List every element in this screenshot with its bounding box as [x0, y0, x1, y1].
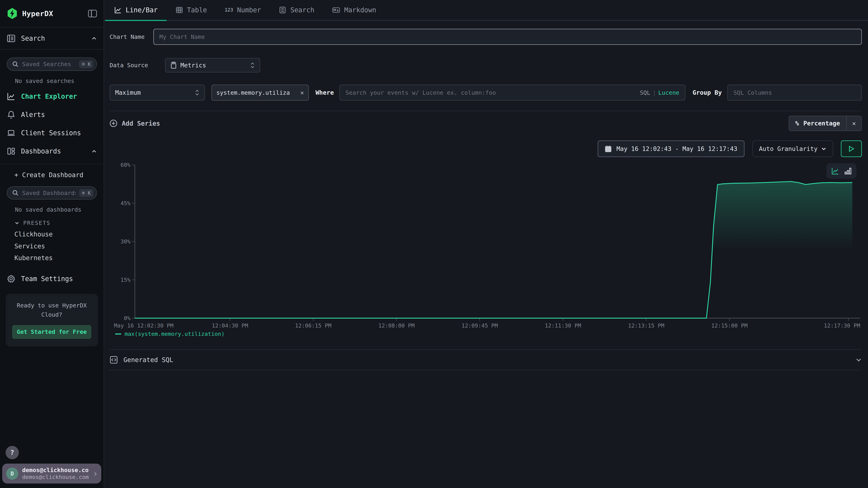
- percentage-close-button[interactable]: ✕: [846, 116, 861, 131]
- preset-kubernetes[interactable]: Kubernetes: [0, 250, 104, 262]
- dashboards-icon: [7, 147, 16, 156]
- chevron-up-icon: [91, 36, 97, 41]
- lucene-toggle[interactable]: Lucene: [658, 89, 679, 96]
- bar-style-icon[interactable]: [844, 167, 852, 174]
- metric-field-tag[interactable]: system.memory.utiliza ✕: [211, 85, 309, 101]
- generated-sql-toggle[interactable]: Generated SQL: [110, 350, 862, 370]
- date-range-value: May 16 12:02:43 - May 16 12:17:43: [616, 145, 738, 152]
- app-window: HyperDX Search ⌘ K No saved searches Cha…: [0, 0, 868, 488]
- sidebar-item-label: Alerts: [21, 111, 45, 119]
- chart-explorer-icon: [7, 92, 16, 101]
- sidebar: HyperDX Search ⌘ K No saved searches Cha…: [0, 0, 104, 488]
- no-saved-dashboards-text: No saved dashboards: [0, 199, 104, 213]
- chart-name-input[interactable]: [153, 29, 862, 45]
- group-by-input[interactable]: [727, 85, 862, 101]
- user-menu[interactable]: D demos@clickhouse.com demos@clickhouse.…: [2, 464, 101, 484]
- svg-text:45%: 45%: [121, 200, 130, 206]
- svg-text:12:08:00 PM: 12:08:00 PM: [378, 322, 415, 329]
- create-dashboard-link[interactable]: + Create Dashboard: [0, 164, 104, 178]
- svg-text:12:15:00 PM: 12:15:00 PM: [711, 322, 748, 329]
- generated-sql-label: Generated SQL: [124, 356, 850, 363]
- database-icon: [170, 62, 177, 69]
- number-123-icon: 123: [225, 7, 233, 13]
- sidebar-item-alerts[interactable]: Alerts: [0, 109, 104, 121]
- bell-icon: [7, 110, 16, 119]
- svg-text:12:04:30 PM: 12:04:30 PM: [212, 322, 248, 329]
- search-panel-icon: [7, 34, 16, 43]
- data-source-value: Metrics: [181, 62, 206, 69]
- aggregation-value: Maximum: [115, 89, 141, 96]
- tab-table[interactable]: Table: [166, 0, 216, 21]
- user-org: demos@clickhouse.com's: [22, 474, 89, 481]
- sidebar-item-client-sessions[interactable]: Client Sessions: [0, 127, 104, 139]
- percentage-button[interactable]: % Percentage: [789, 116, 846, 131]
- saved-dashboards-input[interactable]: [22, 190, 75, 196]
- svg-text:0%: 0%: [124, 315, 130, 321]
- hyperdx-logo-icon: [7, 7, 18, 20]
- sql-toggle[interactable]: SQL: [640, 89, 650, 96]
- sidebar-header: HyperDX: [0, 0, 104, 28]
- table-icon: [176, 6, 183, 14]
- date-range-picker[interactable]: May 16 12:02:43 - May 16 12:17:43: [598, 140, 744, 157]
- add-series-button[interactable]: Add Series: [110, 120, 160, 127]
- up-down-chevrons-icon: [250, 62, 255, 69]
- preset-clickhouse[interactable]: Clickhouse: [0, 226, 104, 238]
- legend-line-swatch: [115, 333, 121, 334]
- presets-label: PRESETS: [23, 220, 51, 226]
- svg-text:12:17:30 PM: 12:17:30 PM: [824, 322, 860, 329]
- help-button[interactable]: ?: [6, 446, 19, 459]
- saved-searches-input[interactable]: [22, 61, 75, 68]
- svg-text:60%: 60%: [121, 163, 130, 168]
- search-icon: [12, 190, 19, 196]
- sidebar-item-label: Team Settings: [21, 275, 73, 283]
- plus-circle-icon: [110, 120, 117, 127]
- saved-searches-search[interactable]: ⌘ K: [7, 58, 97, 71]
- metric-name: system.memory.utiliza: [216, 89, 298, 96]
- svg-text:12:13:15 PM: 12:13:15 PM: [628, 322, 664, 329]
- svg-text:30%: 30%: [121, 238, 130, 245]
- gear-icon: [7, 274, 16, 283]
- granularity-select[interactable]: Auto Granularity: [752, 140, 833, 157]
- main-panel: Line/Bar Table 123 Number Search Markdow…: [104, 0, 868, 488]
- sidebar-item-label: Dashboards: [21, 147, 86, 155]
- preset-services[interactable]: Services: [0, 238, 104, 250]
- where-input[interactable]: [345, 89, 636, 96]
- line-chart-icon: [114, 6, 122, 14]
- percent-icon: %: [795, 120, 799, 127]
- cloud-promo-card: Ready to use HyperDX Cloud? Get Started …: [6, 294, 98, 347]
- calendar-icon: [605, 145, 612, 152]
- remove-metric-icon[interactable]: ✕: [300, 89, 304, 96]
- chevron-down-icon: [14, 221, 20, 226]
- close-icon: ✕: [852, 120, 856, 127]
- query-language-toggle: SQL|Lucene: [640, 89, 679, 96]
- data-source-select[interactable]: Metrics: [165, 58, 260, 72]
- line-style-icon[interactable]: [831, 167, 839, 175]
- get-started-button[interactable]: Get Started for Free: [12, 325, 91, 339]
- run-query-button[interactable]: [841, 140, 862, 157]
- tab-line-bar[interactable]: Line/Bar: [105, 0, 166, 21]
- sidebar-item-chart-explorer[interactable]: Chart Explorer: [0, 90, 104, 102]
- sidebar-section-search[interactable]: Search: [0, 28, 104, 50]
- sidebar-item-dashboards[interactable]: Dashboards: [0, 145, 104, 157]
- percentage-toggle-group: % Percentage ✕: [788, 116, 862, 131]
- legend-series-name: max(system.memory.utilization): [125, 331, 225, 337]
- chart-legend: max(system.memory.utilization): [115, 331, 862, 337]
- divider: [110, 370, 862, 370]
- chart-style-toggle: [827, 163, 856, 179]
- timeseries-chart[interactable]: 0%15%30%45%60%May 16 12:02:30 PM12:04:30…: [110, 163, 862, 329]
- tab-markdown[interactable]: Markdown: [323, 0, 385, 21]
- collapse-sidebar-icon[interactable]: [88, 10, 97, 18]
- aggregation-select[interactable]: Maximum: [110, 85, 205, 101]
- up-down-chevrons-icon: [195, 89, 199, 96]
- tab-number[interactable]: 123 Number: [216, 0, 270, 21]
- presets-toggle[interactable]: PRESETS: [0, 213, 104, 226]
- saved-dashboards-search[interactable]: ⌘ K: [7, 186, 97, 199]
- sidebar-section-label: Search: [21, 35, 86, 42]
- chart-area: 0%15%30%45%60%May 16 12:02:30 PM12:04:30…: [110, 163, 862, 337]
- sidebar-item-team-settings[interactable]: Team Settings: [0, 273, 104, 285]
- chart-name-label: Chart Name: [110, 33, 153, 40]
- search-icon: [12, 61, 19, 68]
- chart-builder: Chart Name Data Source Metrics Maximum s…: [104, 21, 868, 370]
- tab-search[interactable]: Search: [270, 0, 323, 21]
- sidebar-item-label: Chart Explorer: [21, 93, 77, 100]
